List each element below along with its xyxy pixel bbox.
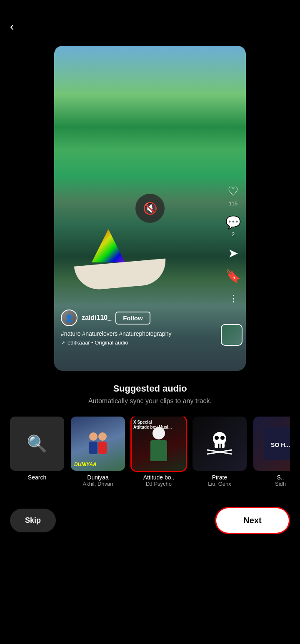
- duniyaa-thumb: DUNIYAA: [71, 417, 125, 471]
- svg-point-2: [98, 432, 107, 441]
- more-options-button[interactable]: ⋮: [229, 293, 238, 304]
- next-button[interactable]: Next: [215, 507, 290, 534]
- mute-button[interactable]: 🔇: [135, 194, 165, 223]
- like-count: 115: [229, 200, 238, 207]
- mute-icon: 🔇: [143, 202, 158, 215]
- fifth-thumb: SO H...: [253, 417, 290, 471]
- suggested-audio-section: Suggested audio Automatically sync your …: [0, 371, 300, 499]
- search-thumb: 🔍: [10, 417, 64, 471]
- svg-point-7: [220, 436, 225, 440]
- track-title-attitude: Attitude bo..: [143, 474, 175, 481]
- like-button[interactable]: ♡ 115: [228, 184, 239, 207]
- track-pirate[interactable]: Pirate Liu, Genx: [192, 417, 247, 487]
- comment-button[interactable]: 💬 2: [225, 215, 241, 237]
- comment-icon: 💬: [225, 215, 241, 230]
- attitude-thumb: X SpecialAttitude boy Musi...: [132, 417, 186, 471]
- track-artist-pirate: Liu, Genx: [208, 481, 231, 487]
- svg-rect-9: [220, 444, 220, 448]
- search-icon: 🔍: [27, 434, 48, 454]
- bookmark-icon: 🔖: [225, 269, 241, 283]
- audio-credit: editkaaar • Original audio: [68, 339, 128, 346]
- hashtags: #nature #naturelovers #naturephotography: [61, 330, 212, 337]
- music-thumbnail[interactable]: [221, 324, 242, 346]
- username[interactable]: zaidi110_: [82, 314, 111, 322]
- follow-button[interactable]: Follow: [115, 312, 150, 324]
- svg-rect-3: [98, 442, 107, 454]
- boat-decoration: [67, 229, 175, 287]
- skip-button[interactable]: Skip: [10, 509, 56, 532]
- share-icon: ➤: [228, 246, 238, 260]
- svg-rect-10: [221, 444, 222, 448]
- track-title-pirate: Pirate: [212, 474, 228, 481]
- audio-info: ↗ editkaaar • Original audio: [61, 339, 212, 346]
- bottom-buttons: Skip Next: [0, 499, 300, 551]
- fifth-track-art: SO H...: [264, 427, 290, 460]
- track-duniyaa[interactable]: DUNIYAA Duniyaa Akhil, Dhvan: [71, 417, 125, 487]
- svg-rect-8: [218, 444, 219, 448]
- share-button[interactable]: ➤: [228, 246, 238, 260]
- track-title-fifth: S..: [277, 474, 284, 481]
- duniyaa-couple-icon: [83, 429, 112, 458]
- video-info: 👤 zaidi110_ Follow #nature #naturelovers…: [61, 310, 212, 346]
- avatar[interactable]: 👤: [61, 310, 78, 326]
- pirate-skull-icon: [203, 427, 236, 460]
- track-artist-attitude: DJ Psycho: [146, 481, 172, 487]
- svg-rect-1: [89, 442, 98, 454]
- duniyaa-overlay-text: DUNIYAA: [74, 462, 97, 467]
- section-subtitle: Automatically sync your clips to any tra…: [10, 397, 290, 405]
- video-background: 🔇 ♡ 115 💬 2 ➤ 🔖 ⋮ 👤: [54, 46, 246, 371]
- svg-point-0: [89, 432, 98, 441]
- track-title-duniyaa: Duniyaa: [87, 474, 108, 481]
- svg-text:SO H...: SO H...: [271, 442, 290, 448]
- track-search[interactable]: 🔍 Search: [10, 417, 64, 487]
- tracks-row: 🔍 Search DUNIYAA Duniyaa Akhil, Dhvan: [10, 417, 290, 490]
- save-button[interactable]: 🔖: [225, 269, 241, 283]
- track-fifth[interactable]: SO H... S.. Sidh: [253, 417, 290, 487]
- attitude-figure: [148, 427, 169, 460]
- heart-icon: ♡: [228, 184, 239, 199]
- back-button[interactable]: ‹: [10, 20, 14, 33]
- audio-icon: ↗: [61, 340, 65, 346]
- track-artist-duniyaa: Akhil, Dhvan: [83, 481, 113, 487]
- video-player: 🔇 ♡ 115 💬 2 ➤ 🔖 ⋮ 👤: [54, 46, 246, 371]
- section-title: Suggested audio: [10, 383, 290, 394]
- track-attitude[interactable]: X SpecialAttitude boy Musi... Attitude b…: [132, 417, 186, 487]
- track-artist-fifth: Sidh: [275, 481, 286, 487]
- action-bar: ♡ 115 💬 2 ➤ 🔖 ⋮: [225, 184, 241, 304]
- user-row: 👤 zaidi110_ Follow: [61, 310, 212, 326]
- comment-count: 2: [232, 231, 235, 237]
- pirate-thumb: [192, 417, 247, 471]
- svg-point-6: [215, 436, 219, 440]
- track-title-search: Search: [28, 474, 46, 481]
